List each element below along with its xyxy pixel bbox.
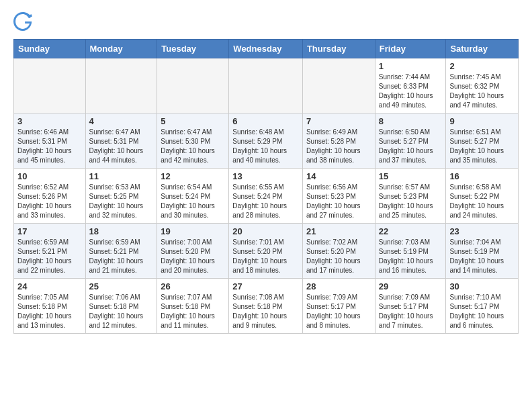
day-number: 12 (161, 171, 225, 181)
calendar-cell: 25Sunrise: 7:06 AMSunset: 5:18 PMDayligh… (85, 279, 157, 334)
day-number: 21 (306, 226, 371, 236)
day-info: Sunrise: 6:47 AMSunset: 5:30 PMDaylight:… (161, 128, 225, 165)
calendar-cell: 27Sunrise: 7:08 AMSunset: 5:18 PMDayligh… (229, 279, 303, 334)
day-info: Sunrise: 6:50 AMSunset: 5:27 PMDaylight:… (379, 128, 443, 165)
day-info: Sunrise: 7:01 AMSunset: 5:20 PMDaylight:… (232, 238, 299, 275)
day-number: 22 (379, 226, 443, 236)
weekday-header-saturday: Saturday (446, 40, 519, 58)
calendar-cell: 18Sunrise: 6:59 AMSunset: 5:21 PMDayligh… (85, 224, 157, 279)
calendar-cell: 22Sunrise: 7:03 AMSunset: 5:19 PMDayligh… (375, 224, 446, 279)
weekday-header-thursday: Thursday (302, 40, 375, 58)
day-number: 17 (17, 226, 82, 236)
calendar-cell: 8Sunrise: 6:50 AMSunset: 5:27 PMDaylight… (375, 113, 446, 169)
day-number: 25 (89, 281, 154, 291)
calendar-cell: 1Sunrise: 7:44 AMSunset: 6:33 PMDaylight… (375, 58, 446, 113)
day-info: Sunrise: 7:10 AMSunset: 5:17 PMDaylight:… (449, 293, 515, 330)
calendar-table: SundayMondayTuesdayWednesdayThursdayFrid… (13, 39, 519, 334)
calendar-cell: 14Sunrise: 6:56 AMSunset: 5:23 PMDayligh… (302, 169, 375, 224)
day-number: 29 (379, 281, 443, 291)
calendar-cell: 30Sunrise: 7:10 AMSunset: 5:17 PMDayligh… (446, 279, 519, 334)
calendar-cell: 9Sunrise: 6:51 AMSunset: 5:27 PMDaylight… (446, 113, 519, 169)
day-number: 20 (232, 226, 299, 236)
day-info: Sunrise: 6:59 AMSunset: 5:21 PMDaylight:… (89, 238, 154, 275)
calendar-cell: 20Sunrise: 7:01 AMSunset: 5:20 PMDayligh… (229, 224, 303, 279)
weekday-header-row: SundayMondayTuesdayWednesdayThursdayFrid… (14, 40, 519, 58)
calendar-cell: 24Sunrise: 7:05 AMSunset: 5:18 PMDayligh… (14, 279, 86, 334)
calendar-cell (157, 58, 229, 113)
week-row-5: 24Sunrise: 7:05 AMSunset: 5:18 PMDayligh… (14, 279, 519, 334)
day-info: Sunrise: 6:54 AMSunset: 5:24 PMDaylight:… (161, 183, 225, 220)
day-number: 15 (379, 171, 443, 181)
day-number: 30 (449, 281, 515, 291)
day-info: Sunrise: 7:00 AMSunset: 5:20 PMDaylight:… (161, 238, 225, 275)
calendar-cell: 12Sunrise: 6:54 AMSunset: 5:24 PMDayligh… (157, 169, 229, 224)
calendar-cell (85, 58, 157, 113)
day-number: 16 (449, 171, 515, 181)
day-number: 14 (306, 171, 371, 181)
day-info: Sunrise: 6:56 AMSunset: 5:23 PMDaylight:… (306, 183, 371, 220)
calendar-cell: 17Sunrise: 6:59 AMSunset: 5:21 PMDayligh… (14, 224, 86, 279)
day-info: Sunrise: 7:45 AMSunset: 6:32 PMDaylight:… (449, 73, 515, 110)
calendar-cell (229, 58, 303, 113)
calendar-cell: 28Sunrise: 7:09 AMSunset: 5:17 PMDayligh… (302, 279, 375, 334)
weekday-header-wednesday: Wednesday (229, 40, 303, 58)
day-info: Sunrise: 6:53 AMSunset: 5:25 PMDaylight:… (89, 183, 154, 220)
page: SundayMondayTuesdayWednesdayThursdayFrid… (0, 0, 532, 345)
day-info: Sunrise: 6:59 AMSunset: 5:21 PMDaylight:… (17, 238, 82, 275)
day-info: Sunrise: 7:08 AMSunset: 5:18 PMDaylight:… (232, 293, 299, 330)
weekday-header-tuesday: Tuesday (157, 40, 229, 58)
day-info: Sunrise: 7:09 AMSunset: 5:17 PMDaylight:… (306, 293, 371, 330)
day-number: 27 (232, 281, 299, 291)
calendar-cell: 26Sunrise: 7:07 AMSunset: 5:18 PMDayligh… (157, 279, 229, 334)
calendar-cell: 2Sunrise: 7:45 AMSunset: 6:32 PMDaylight… (446, 58, 519, 113)
weekday-header-sunday: Sunday (14, 40, 86, 58)
week-row-3: 10Sunrise: 6:52 AMSunset: 5:26 PMDayligh… (14, 169, 519, 224)
day-number: 3 (17, 116, 82, 126)
day-number: 4 (89, 116, 154, 126)
day-info: Sunrise: 6:47 AMSunset: 5:31 PMDaylight:… (89, 128, 154, 165)
day-info: Sunrise: 6:49 AMSunset: 5:28 PMDaylight:… (306, 128, 371, 165)
day-number: 24 (17, 281, 82, 291)
general-blue-icon (13, 12, 32, 31)
day-info: Sunrise: 7:06 AMSunset: 5:18 PMDaylight:… (89, 293, 154, 330)
day-info: Sunrise: 7:44 AMSunset: 6:33 PMDaylight:… (379, 73, 443, 110)
logo (13, 11, 34, 31)
day-number: 10 (17, 171, 82, 181)
day-info: Sunrise: 6:55 AMSunset: 5:24 PMDaylight:… (232, 183, 299, 220)
weekday-header-monday: Monday (85, 40, 157, 58)
calendar-cell: 11Sunrise: 6:53 AMSunset: 5:25 PMDayligh… (85, 169, 157, 224)
day-info: Sunrise: 6:57 AMSunset: 5:23 PMDaylight:… (379, 183, 443, 220)
day-number: 13 (232, 171, 299, 181)
calendar-cell: 5Sunrise: 6:47 AMSunset: 5:30 PMDaylight… (157, 113, 229, 169)
day-info: Sunrise: 7:02 AMSunset: 5:20 PMDaylight:… (306, 238, 371, 275)
calendar-cell: 3Sunrise: 6:46 AMSunset: 5:31 PMDaylight… (14, 113, 86, 169)
day-number: 23 (449, 226, 515, 236)
header (13, 11, 519, 31)
day-info: Sunrise: 6:52 AMSunset: 5:26 PMDaylight:… (17, 183, 82, 220)
day-number: 8 (379, 116, 443, 126)
calendar-cell: 10Sunrise: 6:52 AMSunset: 5:26 PMDayligh… (14, 169, 86, 224)
day-number: 2 (449, 61, 515, 71)
calendar-cell (302, 58, 375, 113)
day-number: 19 (161, 226, 225, 236)
day-number: 26 (161, 281, 225, 291)
calendar-cell: 21Sunrise: 7:02 AMSunset: 5:20 PMDayligh… (302, 224, 375, 279)
week-row-2: 3Sunrise: 6:46 AMSunset: 5:31 PMDaylight… (14, 113, 519, 169)
day-number: 6 (232, 116, 299, 126)
calendar-cell (14, 58, 86, 113)
day-number: 9 (449, 116, 515, 126)
day-info: Sunrise: 6:48 AMSunset: 5:29 PMDaylight:… (232, 128, 299, 165)
day-number: 11 (89, 171, 154, 181)
calendar-cell: 29Sunrise: 7:09 AMSunset: 5:17 PMDayligh… (375, 279, 446, 334)
day-number: 28 (306, 281, 371, 291)
day-info: Sunrise: 7:09 AMSunset: 5:17 PMDaylight:… (379, 293, 443, 330)
day-info: Sunrise: 6:58 AMSunset: 5:22 PMDaylight:… (449, 183, 515, 220)
day-number: 18 (89, 226, 154, 236)
calendar-cell: 16Sunrise: 6:58 AMSunset: 5:22 PMDayligh… (446, 169, 519, 224)
calendar-cell: 4Sunrise: 6:47 AMSunset: 5:31 PMDaylight… (85, 113, 157, 169)
calendar-cell: 19Sunrise: 7:00 AMSunset: 5:20 PMDayligh… (157, 224, 229, 279)
day-info: Sunrise: 6:46 AMSunset: 5:31 PMDaylight:… (17, 128, 82, 165)
week-row-4: 17Sunrise: 6:59 AMSunset: 5:21 PMDayligh… (14, 224, 519, 279)
day-info: Sunrise: 6:51 AMSunset: 5:27 PMDaylight:… (449, 128, 515, 165)
calendar-cell: 15Sunrise: 6:57 AMSunset: 5:23 PMDayligh… (375, 169, 446, 224)
